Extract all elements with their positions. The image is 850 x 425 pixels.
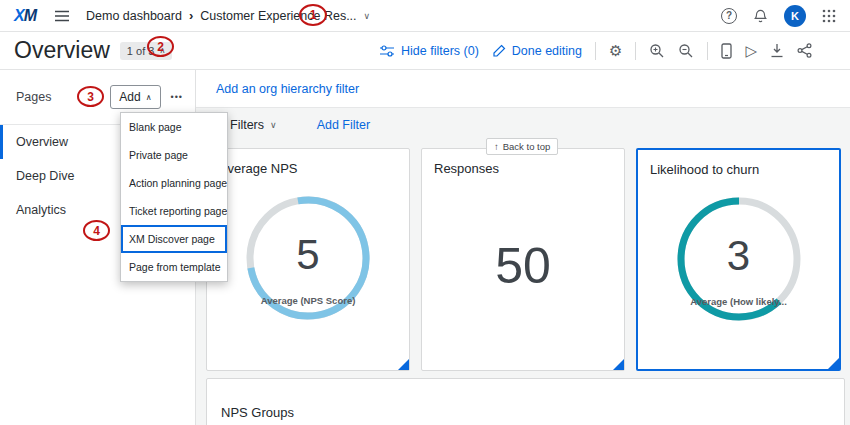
responses-value: 50 <box>422 237 624 295</box>
resize-handle[interactable] <box>828 358 839 369</box>
filters-row: Filters ∨ Add Filter <box>196 108 850 142</box>
back-to-top-label: Back to top <box>503 141 551 152</box>
zoom-out-icon[interactable] <box>678 43 694 59</box>
more-options-button[interactable]: ••• <box>169 88 185 106</box>
page-title: Overview <box>14 37 110 64</box>
annotation-4: 4 <box>83 220 110 241</box>
org-filter-row: Add an org hierarchy filter <box>196 70 850 108</box>
add-page-button[interactable]: Add ∧ <box>110 85 160 109</box>
xm-logo-m: M <box>24 7 36 24</box>
hamburger-menu-icon[interactable] <box>54 10 70 22</box>
apps-grid-icon[interactable] <box>822 9 836 23</box>
toolbar-separator <box>595 42 596 60</box>
breadcrumb-current[interactable]: Customer Experience Res... <box>200 9 356 23</box>
churn-value: 3 <box>638 232 839 280</box>
add-page-label: Add <box>119 90 140 104</box>
chevron-down-icon[interactable]: ∨ <box>270 120 277 130</box>
share-icon[interactable] <box>797 43 812 58</box>
page-toolbar: Overview 1 of 3 ∧ Hide filters (0) Done … <box>0 32 850 70</box>
xm-logo[interactable]: XM <box>14 7 36 25</box>
back-to-top-button[interactable]: ↑ Back to top <box>486 138 558 155</box>
nps-caption: Average (NPS Score) <box>207 295 409 306</box>
breadcrumb-root[interactable]: Demo dashboard <box>86 9 182 23</box>
widget-nps-groups[interactable]: NPS Groups <box>206 378 845 425</box>
resize-handle[interactable] <box>398 359 409 370</box>
avatar[interactable]: K <box>784 5 806 27</box>
churn-caption: Average (How likely... <box>638 296 839 307</box>
widget-title: Average NPS <box>207 149 409 176</box>
add-page-menu: Blank page Private page Action planning … <box>120 112 228 282</box>
filters-label[interactable]: Filters <box>230 118 264 132</box>
help-icon[interactable]: ? <box>721 8 737 24</box>
up-arrow-icon: ↑ <box>494 141 499 152</box>
annotation-1: 1 <box>299 4 327 26</box>
annotation-2: 2 <box>147 36 174 57</box>
filter-sliders-icon <box>379 45 395 57</box>
menu-item-xm-discover-page[interactable]: XM Discover page <box>121 225 227 253</box>
hide-filters-button[interactable]: Hide filters (0) <box>379 44 479 58</box>
resize-handle[interactable] <box>613 359 624 370</box>
download-icon[interactable] <box>770 43 784 58</box>
pencil-icon <box>492 44 506 58</box>
add-filter-link[interactable]: Add Filter <box>317 118 371 132</box>
done-editing-label: Done editing <box>512 44 582 58</box>
play-icon[interactable]: ▷ <box>745 43 757 58</box>
widget-title: Likelihood to churn <box>638 150 839 177</box>
annotation-3: 3 <box>77 86 104 107</box>
widget-title: NPS Groups <box>207 379 844 420</box>
zoom-in-icon[interactable] <box>649 43 665 59</box>
chevron-up-icon: ∧ <box>146 93 152 102</box>
menu-item-page-from-template[interactable]: Page from template <box>121 253 227 281</box>
hide-filters-label: Hide filters (0) <box>401 44 479 58</box>
widget-likelihood-to-churn[interactable]: Likelihood to churn 3 Average (How likel… <box>636 148 841 371</box>
gear-icon[interactable]: ⚙ <box>609 43 622 58</box>
breadcrumb-separator-icon: › <box>189 8 193 23</box>
menu-item-private-page[interactable]: Private page <box>121 141 227 169</box>
breadcrumb: Demo dashboard › Customer Experience Res… <box>86 8 370 23</box>
toolbar-actions: Hide filters (0) Done editing ⚙ ▷ <box>379 42 812 60</box>
toolbar-separator <box>635 42 636 60</box>
global-topbar: XM Demo dashboard › Customer Experience … <box>0 0 850 32</box>
xm-logo-x: X <box>14 7 24 24</box>
menu-item-action-planning-page[interactable]: Action planning page <box>121 169 227 197</box>
widget-average-nps[interactable]: Average NPS 5 Average (NPS Score) <box>206 148 410 371</box>
chevron-down-icon[interactable]: ∨ <box>364 11 371 21</box>
done-editing-button[interactable]: Done editing <box>492 44 582 58</box>
toolbar-separator <box>707 42 708 60</box>
org-hierarchy-filter-link[interactable]: Add an org hierarchy filter <box>216 82 359 96</box>
menu-item-ticket-reporting-page[interactable]: Ticket reporting page <box>121 197 227 225</box>
menu-item-blank-page[interactable]: Blank page <box>121 113 227 141</box>
dashboard-canvas: Add an org hierarchy filter Filters ∨ Ad… <box>196 70 850 425</box>
nps-value: 5 <box>207 231 409 279</box>
widget-responses[interactable]: Responses 50 <box>421 148 625 371</box>
topbar-actions: ? K <box>721 5 836 27</box>
xm-dashboard-screen: XM Demo dashboard › Customer Experience … <box>0 0 850 425</box>
pages-label: Pages <box>16 90 51 104</box>
notifications-bell-icon[interactable] <box>753 8 768 24</box>
mobile-preview-icon[interactable] <box>721 43 732 59</box>
